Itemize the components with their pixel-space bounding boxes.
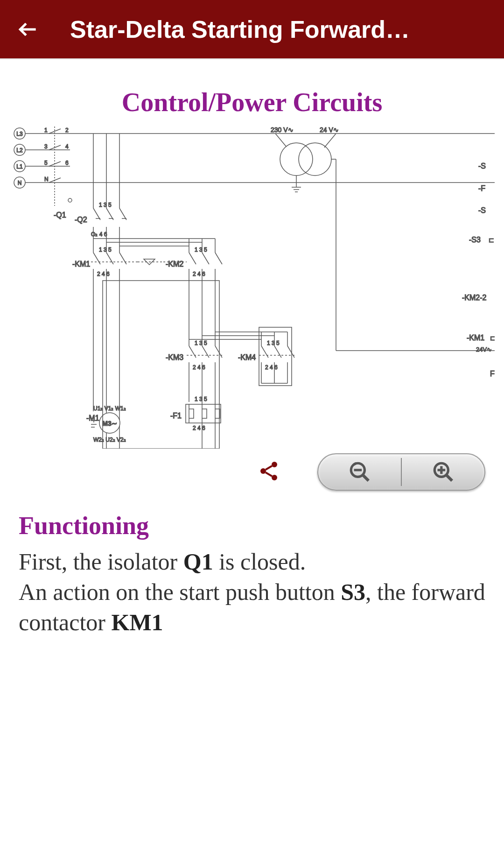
svg-line-82 <box>261 346 268 358</box>
svg-line-42 <box>93 253 100 264</box>
diagram-controls <box>9 453 495 491</box>
svg-line-110 <box>275 134 287 148</box>
svg-text:F: F <box>490 370 495 378</box>
share-icon[interactable] <box>258 460 280 484</box>
svg-point-24 <box>68 198 72 202</box>
svg-text:-KM2: -KM2 <box>166 260 183 268</box>
svg-line-58 <box>215 253 222 264</box>
motor: U1₂ V1₂ W1₂ -M1 M3∼ W2₂ U2₂ V2₂ <box>86 405 126 443</box>
svg-text:2  4  6: 2 4 6 <box>193 425 205 431</box>
svg-line-57 <box>202 253 209 264</box>
km2-contactor: 1 3 5 -KM2 2 4 6 <box>163 239 222 346</box>
svg-text:W2₂ U2₂ V2₂: W2₂ U2₂ V2₂ <box>93 437 126 443</box>
svg-text:-KM1: -KM1 <box>467 334 484 342</box>
svg-text:L1: L1 <box>16 163 23 170</box>
svg-line-83 <box>274 346 281 358</box>
svg-text:-KM1: -KM1 <box>72 260 90 268</box>
svg-point-133 <box>260 468 266 474</box>
q2-breaker: 1 3 5 -Q2 O₂ 4 6 <box>75 202 126 253</box>
svg-text:-Q2: -Q2 <box>75 216 87 224</box>
svg-text:⊏: ⊏ <box>489 236 494 244</box>
svg-point-112 <box>280 143 313 176</box>
svg-text:-S: -S <box>478 206 486 214</box>
svg-text:2  4  6: 2 4 6 <box>265 364 278 371</box>
svg-text:L2: L2 <box>16 147 23 154</box>
svg-text:2  4  6: 2 4 6 <box>193 364 205 371</box>
svg-text:1  3  5: 1 3 5 <box>99 202 112 208</box>
svg-text:3: 3 <box>44 143 48 150</box>
supply-terminals: L3 L2 L1 N <box>14 128 25 188</box>
svg-text:2: 2 <box>65 127 69 134</box>
svg-point-132 <box>272 462 277 467</box>
interlock-symbol <box>138 259 163 265</box>
svg-line-43 <box>106 253 113 264</box>
svg-text:-S3: -S3 <box>469 236 481 244</box>
svg-text:⊏: ⊏ <box>490 334 495 342</box>
svg-text:6: 6 <box>65 160 69 166</box>
svg-line-139 <box>446 475 452 481</box>
svg-text:-F: -F <box>478 184 485 192</box>
svg-line-44 <box>119 253 126 264</box>
svg-text:1  3  5: 1 3 5 <box>99 246 112 253</box>
svg-text:-KM3: -KM3 <box>166 353 183 361</box>
svg-line-70 <box>202 346 209 358</box>
f1-overload: 1 3 5 -F1 2 4 6 <box>170 396 221 431</box>
svg-point-134 <box>272 475 277 480</box>
content-area: Control/Power Circuits L3 L2 L1 N 12 34 … <box>0 59 504 638</box>
svg-text:1  3  5: 1 3 5 <box>195 246 207 253</box>
svg-line-56 <box>189 253 196 264</box>
km3-contactor: 1 3 5 -KM3 2 4 6 <box>166 340 224 449</box>
svg-text:N: N <box>44 176 49 183</box>
svg-line-71 <box>215 346 222 358</box>
svg-text:-KM4: -KM4 <box>238 353 256 361</box>
svg-text:-F1: -F1 <box>170 412 182 420</box>
svg-text:-Q1: -Q1 <box>54 211 66 219</box>
back-arrow-icon[interactable] <box>14 15 42 43</box>
section-title: Control/Power Circuits <box>9 87 495 117</box>
functioning-section: Functioning First, the isolator Q1 is cl… <box>9 491 495 638</box>
svg-text:230 V∿: 230 V∿ <box>271 126 294 134</box>
control-labels: -S -F -S -S3⊏ -KM2-2 -KM1⊏ 24V∿ F <box>462 162 495 378</box>
svg-line-136 <box>363 475 369 481</box>
zoom-in-button[interactable] <box>402 454 484 490</box>
svg-text:1  3  5: 1 3 5 <box>195 340 207 346</box>
svg-text:2  4  6: 2 4 6 <box>97 271 110 277</box>
zoom-control <box>317 453 485 491</box>
svg-text:-S: -S <box>478 162 486 170</box>
svg-text:5: 5 <box>44 160 48 166</box>
svg-text:-KM2-2: -KM2-2 <box>462 294 487 302</box>
transformer: 230 V∿ 24 V∿ <box>271 126 495 351</box>
svg-text:L3: L3 <box>16 131 23 137</box>
svg-text:1: 1 <box>44 127 48 134</box>
q1-switch: 12 34 56 N -Q1 <box>44 127 72 219</box>
svg-text:1  3  5: 1 3 5 <box>195 396 207 402</box>
svg-text:U1₂ V1₂ W1₂: U1₂ V1₂ W1₂ <box>93 405 126 412</box>
svg-text:M3∼: M3∼ <box>102 420 117 427</box>
app-header: Star-Delta Starting Forward… <box>0 0 504 58</box>
functioning-heading: Functioning <box>19 509 485 542</box>
svg-line-84 <box>287 346 294 358</box>
svg-line-69 <box>189 346 196 358</box>
circuit-diagram[interactable]: L3 L2 L1 N 12 34 56 N -Q1 <box>9 122 495 449</box>
svg-text:2  4  6: 2 4 6 <box>193 271 205 277</box>
svg-text:24V∿: 24V∿ <box>476 346 492 353</box>
svg-text:4: 4 <box>65 143 69 150</box>
svg-text:24 V∿: 24 V∿ <box>320 126 339 134</box>
svg-text:N: N <box>18 180 22 186</box>
page-title: Star-Delta Starting Forward… <box>70 15 490 43</box>
functioning-paragraph: First, the isolator Q1 is closed. An act… <box>19 547 485 638</box>
svg-text:1  3  5: 1 3 5 <box>267 340 280 346</box>
svg-line-111 <box>324 134 336 148</box>
zoom-out-button[interactable] <box>318 454 401 490</box>
